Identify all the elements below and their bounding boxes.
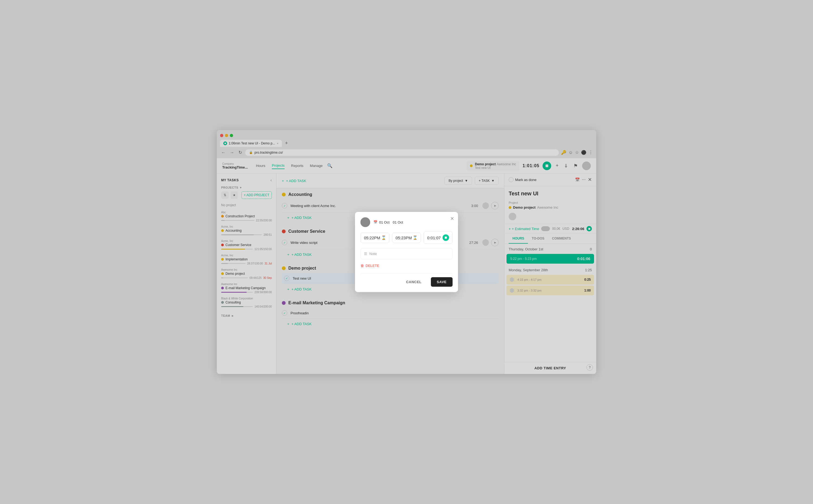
modal-date-end-value: 01 Oct	[393, 220, 403, 224]
start-time-value: 05:22PM	[364, 235, 380, 240]
note-field[interactable]: ☰ Note	[360, 248, 453, 259]
end-time-field[interactable]: 05:23PM ⌛	[392, 232, 421, 243]
save-button[interactable]: SAVE	[431, 277, 453, 287]
modal-header-row: 📅 01 Oct 01 Oct	[360, 217, 453, 227]
clock-icon-end: ⌛	[413, 235, 417, 240]
clock-icon-start: ⌛	[381, 235, 386, 240]
end-time-value: 05:23PM	[396, 235, 412, 240]
modal-user-avatar	[360, 217, 370, 227]
cancel-button[interactable]: CANCEL	[400, 277, 427, 287]
modal-close-button[interactable]: ✕	[450, 216, 454, 222]
duration-field[interactable]: 0:01:07	[424, 231, 453, 244]
modal-footer: CANCEL SAVE	[360, 273, 453, 287]
modal-date-end: 01 Oct	[393, 220, 403, 224]
time-entry-modal: ✕ 📅 01 Oct 01 Oct 05:22PM ⌛ 05:23PM ⌛	[355, 212, 458, 292]
note-icon: ☰	[364, 252, 367, 256]
modal-date-start-value: 01 Oct	[379, 220, 389, 224]
time-fields: 05:22PM ⌛ 05:23PM ⌛ 0:01:07	[360, 231, 453, 244]
start-time-field[interactable]: 05:22PM ⌛	[360, 232, 389, 243]
trash-icon: 🗑	[360, 264, 364, 268]
note-placeholder: Note	[369, 252, 377, 256]
modal-overlay[interactable]: ✕ 📅 01 Oct 01 Oct 05:22PM ⌛ 05:23PM ⌛	[0, 0, 813, 504]
modal-date-start: 📅 01 Oct	[373, 220, 389, 224]
modal-date-row: 📅 01 Oct 01 Oct	[373, 220, 453, 224]
calendar-icon-start: 📅	[373, 220, 378, 224]
delete-button[interactable]: 🗑 DELETE	[360, 264, 453, 268]
duration-stop-btn[interactable]	[443, 234, 449, 241]
delete-label: DELETE	[366, 264, 379, 268]
duration-value: 0:01:07	[427, 235, 441, 240]
